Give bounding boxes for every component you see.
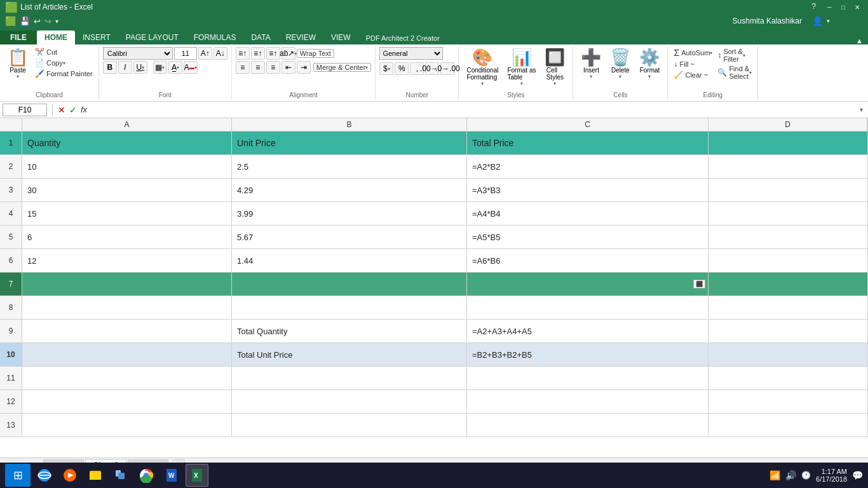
cell-d6[interactable] xyxy=(709,249,868,272)
cell-d7[interactable] xyxy=(709,273,868,295)
paste-button[interactable]: 📋 Paste ▾ xyxy=(4,47,32,81)
cell-d12[interactable] xyxy=(709,390,868,413)
cell-b13[interactable] xyxy=(232,414,467,437)
cell-a11[interactable] xyxy=(22,367,232,390)
italic-button[interactable]: I xyxy=(118,61,132,74)
cell-c5[interactable]: =A5*B5 xyxy=(467,226,709,248)
format-painter-button[interactable]: 🖌️ Format Painter xyxy=(33,69,95,79)
restore-icon[interactable]: □ xyxy=(837,2,849,12)
cell-a1[interactable]: Quantity xyxy=(22,132,232,154)
fill-button[interactable]: ↓ Fill ~ xyxy=(672,59,714,69)
orientation-btn[interactable]: ab↗▾ xyxy=(281,47,295,60)
taskbar-explorer-icon[interactable] xyxy=(84,464,107,487)
align-top-center-btn[interactable]: ≡↑ xyxy=(251,47,265,60)
align-center-btn[interactable]: ≡ xyxy=(251,61,265,74)
col-header-c[interactable]: C xyxy=(467,118,709,131)
ribbon-collapse-icon[interactable]: ▲ xyxy=(851,37,868,44)
cell-c3[interactable]: =A3*B3 xyxy=(467,179,709,201)
underline-button[interactable]: U▾ xyxy=(133,61,147,74)
cell-d9[interactable] xyxy=(709,320,868,342)
start-button[interactable]: ⊞ xyxy=(5,464,31,487)
cell-a12[interactable] xyxy=(22,390,232,413)
currency-btn[interactable]: $▾ xyxy=(379,62,393,75)
align-right-btn[interactable]: ≡ xyxy=(266,61,280,74)
cell-d2[interactable] xyxy=(709,155,868,178)
cell-c11[interactable] xyxy=(467,367,709,390)
col-header-a[interactable]: A xyxy=(22,118,232,131)
format-button[interactable]: ⚙️ Format ▾ xyxy=(635,47,663,81)
cell-c12[interactable] xyxy=(467,390,709,413)
tab-view[interactable]: VIEW xyxy=(323,30,358,44)
cell-d1[interactable] xyxy=(709,132,868,154)
font-name-select[interactable]: Calibri xyxy=(103,47,173,60)
cell-a5[interactable]: 6 xyxy=(22,226,232,248)
cell-a6[interactable]: 12 xyxy=(22,249,232,272)
taskbar-excel-icon[interactable]: X xyxy=(186,464,208,487)
cell-c7[interactable]: ⬛ xyxy=(467,273,709,295)
autofill-icon[interactable]: ⬛ xyxy=(693,280,705,288)
tab-pdf[interactable]: PDF Architect 2 Creator xyxy=(358,32,447,44)
format-as-table-button[interactable]: 📊 Format asTable ▾ xyxy=(503,47,539,88)
font-decrease-btn[interactable]: A↓ xyxy=(214,47,227,60)
cell-b8[interactable] xyxy=(232,296,467,319)
cut-button[interactable]: ✂️ Cut xyxy=(33,47,95,57)
cell-c6[interactable]: =A6*B6 xyxy=(467,249,709,272)
find-select-button[interactable]: 🔍 Find &Select ▾ xyxy=(715,64,754,81)
confirm-formula-icon[interactable]: ✓ xyxy=(69,105,77,115)
cell-d13[interactable] xyxy=(709,414,868,437)
cell-b2[interactable]: 2.5 xyxy=(232,155,467,178)
cell-c9[interactable]: =A2+A3+A4+A5 xyxy=(467,320,709,342)
cell-d8[interactable] xyxy=(709,296,868,319)
increase-decimal-btn[interactable]: .0→.00 xyxy=(440,62,454,75)
cell-a2[interactable]: 10 xyxy=(22,155,232,178)
cell-b10[interactable]: Total Unit Price xyxy=(232,343,467,366)
cell-c2[interactable]: =A2*B2 xyxy=(467,155,709,178)
user-dropdown-icon[interactable]: ▾ xyxy=(827,18,830,24)
taskbar-ie-icon[interactable] xyxy=(33,464,56,487)
cell-c4[interactable]: =A4*B4 xyxy=(467,202,709,225)
col-header-b[interactable]: B xyxy=(232,118,467,131)
cell-c10[interactable]: =B2+B3+B2+B5 xyxy=(467,343,709,366)
minimize-icon[interactable]: ─ xyxy=(824,2,835,12)
tab-data[interactable]: DATA xyxy=(243,30,278,44)
tab-page-layout[interactable]: PAGE LAYOUT xyxy=(118,30,186,44)
tab-insert[interactable]: INSERT xyxy=(75,30,118,44)
cell-a3[interactable]: 30 xyxy=(22,179,232,201)
indent-inc-btn[interactable]: ⇥ xyxy=(297,61,311,74)
cell-d5[interactable] xyxy=(709,226,868,248)
cell-d4[interactable] xyxy=(709,202,868,225)
wrap-text-button[interactable]: Wrap Text xyxy=(297,49,334,58)
taskbar-media-icon[interactable] xyxy=(58,464,81,487)
close-icon[interactable]: ✕ xyxy=(851,2,863,12)
tab-review[interactable]: REVIEW xyxy=(278,30,323,44)
autosum-button[interactable]: Σ AutoSum ▾ xyxy=(672,47,714,58)
cell-c1[interactable]: Total Price xyxy=(467,132,709,154)
cell-reference-box[interactable] xyxy=(3,104,47,116)
cell-b6[interactable]: 1.44 xyxy=(232,249,467,272)
tab-home[interactable]: HOME xyxy=(37,30,75,44)
cell-b9[interactable]: Total Quantity xyxy=(232,320,467,342)
merge-center-button[interactable]: Merge & Center ▾ xyxy=(313,63,372,72)
cell-a8[interactable] xyxy=(22,296,232,319)
cell-a9[interactable] xyxy=(22,320,232,342)
col-header-d[interactable]: D xyxy=(709,118,867,131)
cell-a7[interactable] xyxy=(22,273,232,295)
insert-button[interactable]: ➕ Insert ▾ xyxy=(577,47,605,81)
insert-function-icon[interactable]: fx xyxy=(81,105,87,114)
taskbar-files-icon[interactable] xyxy=(109,464,132,487)
notification-icon[interactable]: 💬 xyxy=(852,470,863,480)
save-quick-btn[interactable]: 💾 xyxy=(20,17,30,26)
expand-formula-icon[interactable]: ▾ xyxy=(857,106,865,113)
cell-b4[interactable]: 3.99 xyxy=(232,202,467,225)
sort-filter-button[interactable]: ↕ Sort &Filter ▾ xyxy=(715,47,754,64)
align-left-btn[interactable]: ≡ xyxy=(236,61,250,74)
font-size-input[interactable] xyxy=(174,47,197,60)
fill-color-button[interactable]: A̲▾ xyxy=(168,61,182,74)
tab-file[interactable]: FILE xyxy=(0,30,37,44)
cell-styles-button[interactable]: 🔲 CellStyles ▾ xyxy=(541,47,569,88)
cell-a10[interactable] xyxy=(22,343,232,366)
borders-button[interactable]: ▦▾ xyxy=(153,61,167,74)
font-color-button[interactable]: A▬▾ xyxy=(184,61,198,74)
font-increase-btn[interactable]: A↑ xyxy=(198,47,212,60)
customize-quick-btn[interactable]: ▾ xyxy=(55,18,58,25)
